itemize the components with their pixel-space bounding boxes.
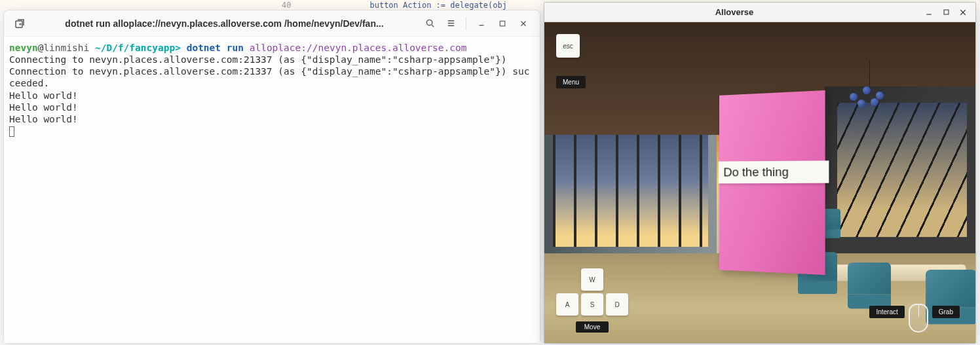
- close-button[interactable]: [954, 5, 971, 20]
- alloverse-window: Alloverse: [544, 2, 976, 344]
- cmd-executable: dotnet: [187, 43, 227, 53]
- svg-point-1: [426, 20, 432, 25]
- code-fragment: button Action := delegate(obj: [369, 1, 507, 10]
- hamburger-menu-icon[interactable]: [441, 14, 461, 33]
- alloverse-title: Alloverse: [548, 7, 920, 17]
- hud-interact-label: Interact: [869, 306, 904, 318]
- prompt-user: nevyn: [9, 43, 38, 53]
- minimize-button[interactable]: [472, 14, 491, 33]
- hud-mouse-hints: Interact Grab: [869, 304, 960, 333]
- separator: [466, 17, 466, 30]
- terminal-line: Hello world!: [9, 90, 78, 101]
- new-tab-button[interactable]: [10, 14, 29, 33]
- line-number: 40: [282, 1, 291, 10]
- hud-move-keys: W A S D Move: [556, 268, 628, 333]
- scene-button[interactable]: Do the thing: [719, 160, 829, 183]
- hud-key-w[interactable]: W: [581, 268, 603, 291]
- mouse-icon: [909, 304, 928, 333]
- viewport-3d[interactable]: Do the thing esc Menu W A S D Move Inter…: [544, 22, 975, 343]
- terminal-line: Hello world!: [9, 102, 78, 113]
- terminal-title: dotnet run alloplace://nevyn.places.allo…: [29, 18, 420, 29]
- search-icon[interactable]: [420, 14, 440, 33]
- terminal-body[interactable]: nevyn@linmishi ~/D/f/fancyapp> dotnet ru…: [4, 37, 540, 343]
- alloverse-titlebar: Alloverse: [544, 3, 975, 22]
- terminal-line: Hello world!: [9, 114, 78, 124]
- hud-grab-label: Grab: [932, 306, 960, 318]
- hud-esc-key[interactable]: esc: [556, 34, 580, 58]
- hud-move-label: Move: [576, 321, 609, 333]
- hud-menu-label: Menu: [556, 76, 586, 88]
- scene-windows-left: [553, 135, 708, 247]
- svg-rect-2: [500, 21, 505, 26]
- terminal-window: dotnet run alloplace://nevyn.places.allo…: [3, 10, 540, 344]
- minimize-button[interactable]: [920, 5, 937, 20]
- hud-key-s[interactable]: S: [581, 293, 603, 316]
- svg-rect-3: [944, 10, 949, 14]
- cmd-sub: run: [227, 43, 250, 53]
- prompt-host: linmishi: [43, 43, 89, 53]
- prompt-path: /D/f/fancyapp: [101, 43, 176, 53]
- cursor: [9, 126, 14, 137]
- chandelier: [850, 86, 889, 106]
- maximize-button[interactable]: [937, 5, 954, 20]
- terminal-titlebar: dotnet run alloplace://nevyn.places.allo…: [4, 10, 540, 37]
- hud-key-d[interactable]: D: [606, 293, 628, 316]
- cmd-arg-host: nevyn.places.alloverse.com: [318, 43, 466, 53]
- cmd-arg-scheme: alloplace://: [250, 43, 318, 53]
- close-button[interactable]: [514, 14, 533, 33]
- maximize-button[interactable]: [493, 14, 512, 33]
- hud-key-a[interactable]: A: [556, 293, 578, 316]
- terminal-line: Connecting to nevyn.places.alloverse.com…: [9, 54, 507, 65]
- scene-windows-right: [837, 103, 966, 238]
- terminal-line: Connection to nevyn.places.alloverse.com…: [9, 66, 529, 88]
- scene-app-panel[interactable]: Do the thing: [719, 90, 825, 275]
